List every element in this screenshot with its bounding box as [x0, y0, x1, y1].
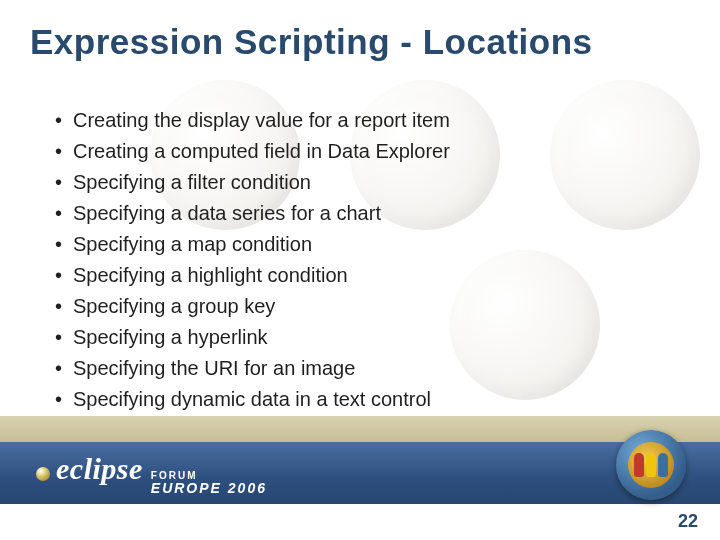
bullet-text: Specifying a group key	[73, 292, 275, 320]
page-number: 22	[678, 511, 698, 532]
bullet-icon: •	[55, 292, 73, 320]
bullet-icon: •	[55, 106, 73, 134]
bullet-text: Specifying a hyperlink	[73, 323, 268, 351]
conference-badge-icon	[616, 430, 686, 500]
list-item: •Creating the display value for a report…	[55, 106, 615, 134]
bullet-icon: •	[55, 199, 73, 227]
slide: Expression Scripting - Locations •Creati…	[0, 0, 720, 540]
eclipse-logo: eclipse FORUM EUROPE 2006	[36, 452, 267, 495]
figure-icon	[646, 453, 656, 477]
logo-europe-label: EUROPE 2006	[151, 481, 267, 495]
footer-bar: eclipse FORUM EUROPE 2006	[0, 442, 720, 504]
figure-icon	[658, 453, 668, 477]
bullet-text: Specifying a filter condition	[73, 168, 311, 196]
bullet-text: Creating a computed field in Data Explor…	[73, 137, 450, 165]
logo-subtext: FORUM EUROPE 2006	[151, 471, 267, 495]
bullet-icon: •	[55, 385, 73, 413]
bullet-text: Specifying a data series for a chart	[73, 199, 381, 227]
divider-band	[0, 416, 720, 442]
list-item: •Specifying dynamic data in a text contr…	[55, 385, 615, 413]
bullet-text: Specifying a map condition	[73, 230, 312, 258]
figure-icon	[634, 453, 644, 477]
logo-orb-icon	[36, 467, 50, 481]
list-item: •Specifying a filter condition	[55, 168, 615, 196]
list-item: •Specifying a data series for a chart	[55, 199, 615, 227]
logo-word: eclipse	[56, 452, 143, 486]
bullet-text: Specifying a highlight condition	[73, 261, 348, 289]
bullet-icon: •	[55, 323, 73, 351]
bullet-icon: •	[55, 137, 73, 165]
bullet-list: •Creating the display value for a report…	[55, 106, 615, 416]
slide-title: Expression Scripting - Locations	[30, 22, 592, 62]
list-item: •Specifying a highlight condition	[55, 261, 615, 289]
bullet-text: Creating the display value for a report …	[73, 106, 450, 134]
list-item: •Specifying a group key	[55, 292, 615, 320]
bullet-icon: •	[55, 261, 73, 289]
bullet-icon: •	[55, 168, 73, 196]
badge-inner-icon	[628, 442, 674, 488]
bullet-icon: •	[55, 230, 73, 258]
list-item: •Specifying a hyperlink	[55, 323, 615, 351]
logo-forum-label: FORUM	[151, 471, 267, 481]
list-item: •Specifying the URI for an image	[55, 354, 615, 382]
bullet-text: Specifying the URI for an image	[73, 354, 355, 382]
bullet-icon: •	[55, 354, 73, 382]
list-item: •Creating a computed field in Data Explo…	[55, 137, 615, 165]
list-item: •Specifying a map condition	[55, 230, 615, 258]
bullet-text: Specifying dynamic data in a text contro…	[73, 385, 431, 413]
